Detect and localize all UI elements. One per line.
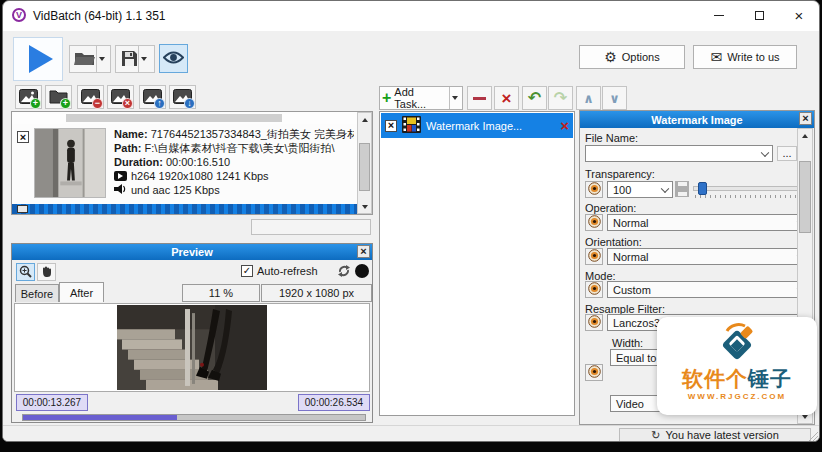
trim-start-value[interactable]: 00:00:13.267 <box>16 394 88 411</box>
spinner-up-icon[interactable] <box>675 181 688 189</box>
file-list[interactable]: × Name: 717644521357334843_街拍美女 完美身材 气质女… <box>11 111 373 215</box>
browse-label: ... <box>782 151 791 155</box>
transparency-target-button[interactable] <box>585 181 603 198</box>
preview-close-button[interactable]: × <box>357 245 370 258</box>
clear-files-button[interactable]: × <box>107 85 134 109</box>
minus-badge-icon: − <box>92 98 103 109</box>
transparency-slider[interactable] <box>693 181 809 198</box>
watermark-scroll-thumb[interactable] <box>799 161 811 233</box>
refresh-preview-button[interactable] <box>335 263 352 280</box>
transparency-spinner[interactable] <box>675 181 688 198</box>
chevron-down-icon <box>761 148 769 156</box>
task-row-selected[interactable]: × Watermark Image... × <box>381 113 573 138</box>
play-icon <box>29 45 53 73</box>
minimize-button[interactable] <box>699 1 739 30</box>
preview-toggle-button[interactable] <box>159 44 188 73</box>
chevron-down-move-icon: ∨ <box>609 92 620 105</box>
save-project-button[interactable] <box>115 45 155 73</box>
add-folder-button[interactable]: + <box>45 85 72 109</box>
browse-button[interactable]: ... <box>777 146 797 161</box>
file-progress-bar <box>251 219 371 235</box>
orientation-target-button[interactable] <box>585 248 603 265</box>
watermark-panel-header[interactable]: Watermark Image × <box>580 111 814 128</box>
orientation-dropdown[interactable]: Normal <box>607 248 809 265</box>
site-watermark-text: 软件个锤子 <box>682 367 792 390</box>
pan-tool-button[interactable] <box>37 263 56 281</box>
update-status[interactable]: ↻ You have latest version <box>619 428 811 442</box>
slider-handle[interactable] <box>698 182 707 195</box>
window-title: VidBatch (64-bit) 1.1 351 <box>33 9 166 23</box>
move-file-up-button[interactable]: ↑ <box>139 85 166 109</box>
add-task-button[interactable]: + Add Task... <box>379 86 463 110</box>
auto-refresh-checkbox[interactable]: ✓ <box>241 265 253 277</box>
watermark-file-combobox[interactable] <box>585 145 773 162</box>
trim-end-value[interactable]: 00:00:26.534 <box>298 394 370 411</box>
operation-value: Normal <box>613 217 648 229</box>
open-project-button[interactable] <box>69 45 111 73</box>
seek-bar[interactable] <box>22 414 366 421</box>
move-task-up-button[interactable]: ∧ <box>576 86 601 110</box>
close-button[interactable]: × <box>779 1 819 30</box>
task-checkbox[interactable]: × <box>385 120 397 132</box>
tab-after[interactable]: After <box>59 282 104 302</box>
app-window: V VidBatch (64-bit) 1.1 351 × ⚙ Options <box>2 0 820 442</box>
scroll-up-icon[interactable] <box>358 113 371 126</box>
remove-file-button[interactable]: − <box>77 85 104 109</box>
tab-before[interactable]: Before <box>15 284 59 302</box>
undo-button[interactable]: ↶ <box>522 86 547 110</box>
move-task-down-button[interactable]: ∨ <box>602 86 627 110</box>
redo-icon: ↷ <box>554 90 567 106</box>
file-checkbox[interactable]: × <box>17 131 29 143</box>
seek-fill <box>23 415 177 420</box>
start-processing-button[interactable] <box>13 37 63 81</box>
file-row[interactable]: × Name: 717644521357334843_街拍美女 完美身材 气质女… <box>12 124 357 204</box>
open-dropdown[interactable] <box>96 46 107 72</box>
scroll-down-icon[interactable] <box>358 200 371 213</box>
remove-task-button[interactable] <box>467 86 492 110</box>
preview-canvas[interactable] <box>14 303 370 392</box>
size-target-button[interactable] <box>585 364 603 381</box>
write-to-us-button[interactable]: ✉ Write to us <box>693 45 797 69</box>
move-file-down-button[interactable]: ↓ <box>169 85 196 109</box>
file-checkbox-partial[interactable] <box>17 205 28 213</box>
options-button[interactable]: ⚙ Options <box>579 45 685 69</box>
watermark-panel-close-button[interactable]: × <box>799 112 812 125</box>
add-folder-icon: + <box>49 89 68 106</box>
operation-dropdown[interactable]: Normal <box>607 214 809 231</box>
preview-panel-header[interactable]: Preview × <box>12 244 372 260</box>
tab-after-label: After <box>70 287 93 299</box>
mode-dropdown[interactable]: Custom <box>607 281 809 298</box>
chevron-down-icon <box>141 57 147 61</box>
task-list[interactable]: × Watermark Image... × <box>379 111 575 416</box>
chevron-up-icon: ∧ <box>583 92 594 105</box>
path-label: Path: <box>114 142 142 154</box>
transparency-combobox[interactable]: 100 <box>607 181 673 198</box>
site-logo-icon <box>714 321 760 367</box>
delete-all-tasks-button[interactable]: × <box>494 86 519 110</box>
resample-target-button[interactable] <box>585 314 603 331</box>
background-color-button[interactable] <box>355 264 369 278</box>
spinner-down-icon[interactable] <box>675 189 688 197</box>
mode-target-button[interactable] <box>585 281 603 298</box>
video-thumbnail <box>34 128 106 198</box>
auto-refresh-control[interactable]: ✓ Auto-refresh <box>241 265 318 277</box>
save-dropdown[interactable] <box>138 46 149 72</box>
scroll-up-icon[interactable] <box>798 129 812 142</box>
size-reference-value: Video <box>616 398 644 410</box>
add-task-dropdown[interactable] <box>449 87 460 109</box>
maximize-button[interactable] <box>739 1 779 30</box>
task-film-icon <box>402 116 421 135</box>
open-folder-icon <box>74 50 96 68</box>
operation-target-button[interactable] <box>585 214 603 231</box>
file-list-scrollbar[interactable] <box>357 112 372 214</box>
task-delete-icon[interactable]: × <box>560 118 569 133</box>
zoom-tool-button[interactable] <box>16 263 35 281</box>
mode-value: Custom <box>613 284 651 296</box>
target-icon <box>588 215 601 230</box>
file-row-selected-partial[interactable] <box>12 204 357 214</box>
redo-button[interactable]: ↷ <box>548 86 573 110</box>
file-list-scroll-thumb[interactable] <box>359 143 370 191</box>
site-watermark-overlay: 软件个锤子 WWW.RJGCZ.COM <box>657 317 817 415</box>
tab-before-label: Before <box>21 288 53 300</box>
add-file-button[interactable]: + <box>15 85 42 109</box>
